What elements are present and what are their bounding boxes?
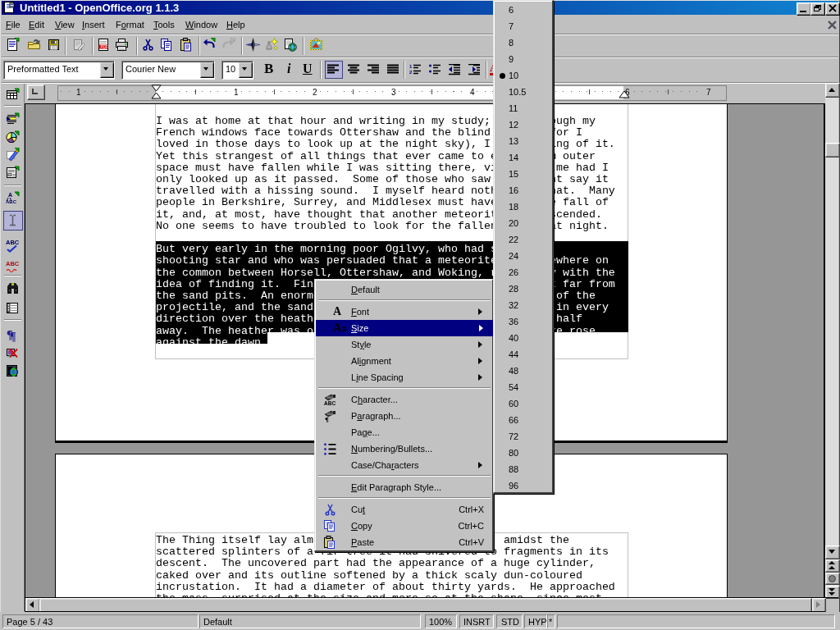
svg-text:ABC: ABC [324,400,336,406]
svg-text:ABC: ABC [6,239,20,246]
svg-text:A: A [8,192,12,198]
svg-text:2: 2 [409,70,413,75]
svg-text:1: 1 [409,64,413,69]
svg-text:PDF: PDF [101,45,108,49]
svg-text:¶: ¶ [10,331,16,342]
svg-text:ABC: ABC [6,260,20,267]
svg-text:¶: ¶ [325,416,329,422]
